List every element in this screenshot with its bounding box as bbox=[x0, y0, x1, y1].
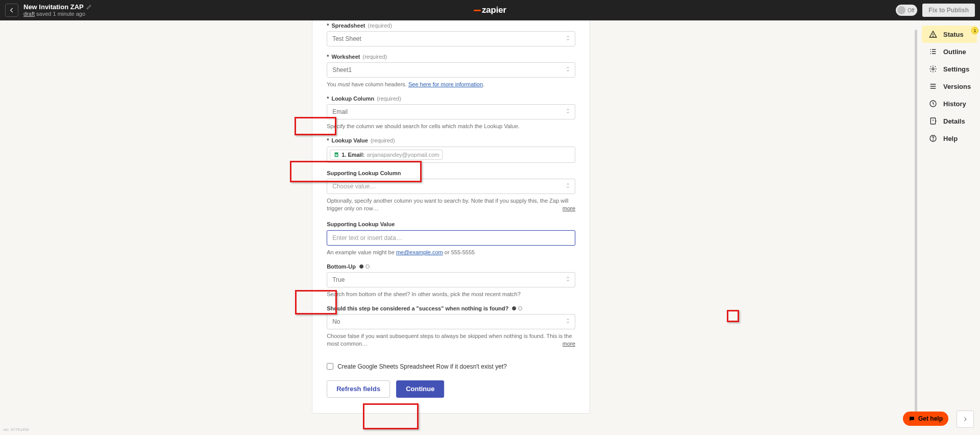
chevron-right-icon bbox=[962, 416, 968, 422]
supporting-lookup-column-select[interactable]: Choose value… bbox=[327, 179, 575, 194]
headers-info-link[interactable]: See here for more information bbox=[408, 81, 483, 87]
right-sidebar: Status 1 Outline Settings Versions Histo… bbox=[919, 20, 980, 435]
worksheet-helper: You must have column headers. See here f… bbox=[327, 81, 575, 88]
get-help-button[interactable]: Get help bbox=[903, 412, 948, 426]
create-row-checkbox-label: Create Google Sheets Spreadsheet Row if … bbox=[337, 363, 507, 370]
zapier-logo: zapier bbox=[474, 5, 506, 15]
nav-label: History bbox=[943, 100, 966, 108]
nav-label: Help bbox=[943, 135, 958, 142]
more-link[interactable]: more bbox=[562, 340, 575, 348]
bottom-up-helper: Search from bottom of the sheet? In othe… bbox=[327, 291, 575, 298]
nav-label: Details bbox=[943, 117, 965, 125]
status-count-badge: 1 bbox=[971, 27, 978, 34]
chevron-updown-icon bbox=[566, 66, 570, 74]
chat-icon bbox=[909, 416, 915, 422]
help-icon bbox=[929, 134, 937, 142]
lookup-value-label: * Lookup Value (required) bbox=[327, 137, 575, 143]
bottom-up-select[interactable]: True bbox=[327, 272, 575, 287]
nav-details[interactable]: Details bbox=[922, 112, 977, 130]
worksheet-select[interactable]: Sheet1 bbox=[327, 62, 575, 78]
draft-link[interactable]: draft bbox=[23, 11, 35, 17]
supporting-lookup-value-helper: An example value might be me@example.com… bbox=[327, 249, 575, 256]
create-row-checkbox-row: Create Google Sheets Spreadsheet Row if … bbox=[327, 363, 575, 370]
bottom-up-label: Bottom-Up bbox=[327, 263, 575, 270]
zapier-logo-mark bbox=[474, 10, 481, 11]
data-token[interactable]: 1. Email: anjanapandey@yopmail.com bbox=[330, 150, 443, 160]
sheets-icon bbox=[333, 151, 339, 158]
nav-versions[interactable]: Versions bbox=[922, 78, 977, 95]
success-nothing-select[interactable]: No bbox=[327, 314, 575, 329]
step-panel: * Spreadsheet (required) Test Sheet * Wo… bbox=[312, 20, 590, 414]
chevron-updown-icon bbox=[566, 276, 570, 284]
details-icon bbox=[929, 117, 937, 125]
supporting-lookup-column-helper: Optionally, specify another column you w… bbox=[327, 197, 575, 212]
saved-text: saved 1 minute ago bbox=[35, 11, 85, 17]
create-row-checkbox[interactable] bbox=[327, 363, 333, 370]
radio-icon[interactable] bbox=[512, 306, 517, 310]
clock-icon bbox=[929, 100, 937, 108]
radio-icon[interactable] bbox=[519, 306, 523, 310]
nav-settings[interactable]: Settings bbox=[922, 60, 977, 78]
nav-label: Settings bbox=[943, 65, 969, 73]
publish-button[interactable]: Fix to Publish bbox=[922, 4, 975, 17]
worksheet-label: * Worksheet (required) bbox=[327, 54, 575, 60]
svg-point-5 bbox=[933, 140, 934, 140]
nav-label: Status bbox=[943, 31, 964, 38]
scrollbar[interactable] bbox=[915, 30, 917, 426]
chevron-updown-icon bbox=[566, 108, 570, 115]
nav-status[interactable]: Status bbox=[922, 26, 977, 43]
version-text: ver. 97751450 bbox=[3, 427, 29, 432]
continue-button[interactable]: Continue bbox=[396, 380, 444, 398]
supporting-lookup-value-label: Supporting Lookup Value bbox=[327, 221, 575, 227]
list-icon bbox=[929, 47, 937, 56]
collapse-sidebar-button[interactable] bbox=[957, 410, 974, 428]
chevron-updown-icon bbox=[566, 318, 570, 326]
nav-help[interactable]: Help bbox=[922, 130, 977, 147]
edit-icon[interactable] bbox=[86, 4, 92, 10]
topbar: New Invitation ZAP draft saved 1 minute … bbox=[0, 0, 980, 20]
lookup-value-input[interactable]: 1. Email: anjanapandey@yopmail.com bbox=[327, 147, 575, 163]
refresh-fields-button[interactable]: Refresh fields bbox=[327, 380, 390, 398]
lookup-column-select[interactable]: Email bbox=[327, 104, 575, 119]
success-nothing-helper: Choose false if you want subsequent step… bbox=[327, 332, 575, 348]
success-nothing-label: Should this step be considered a "succes… bbox=[327, 305, 575, 311]
gear-icon bbox=[929, 65, 937, 73]
more-link[interactable]: more bbox=[562, 205, 575, 212]
warning-icon bbox=[929, 30, 937, 38]
radio-icon[interactable] bbox=[359, 264, 363, 269]
nav-history[interactable]: History bbox=[922, 95, 977, 112]
nav-outline[interactable]: Outline bbox=[922, 43, 977, 60]
back-button[interactable] bbox=[5, 4, 18, 17]
svg-point-1 bbox=[932, 68, 934, 70]
zap-title[interactable]: New Invitation ZAP bbox=[23, 4, 84, 11]
nav-label: Outline bbox=[943, 48, 966, 56]
radio-icon[interactable] bbox=[365, 264, 370, 269]
supporting-lookup-column-label: Supporting Lookup Column bbox=[327, 170, 575, 176]
example-email-link[interactable]: me@example.com bbox=[396, 249, 443, 255]
lookup-column-helper: Specify the column we should search for … bbox=[327, 123, 575, 130]
versions-icon bbox=[929, 82, 937, 90]
title-block: New Invitation ZAP draft saved 1 minute … bbox=[23, 4, 92, 17]
enable-toggle[interactable]: Off bbox=[896, 5, 917, 16]
chevron-updown-icon bbox=[566, 182, 570, 190]
spreadsheet-label: * Spreadsheet (required) bbox=[327, 22, 575, 29]
lookup-column-label: * Lookup Column (required) bbox=[327, 95, 575, 102]
chevron-updown-icon bbox=[566, 35, 570, 43]
toggle-label: Off bbox=[908, 8, 914, 13]
nav-label: Versions bbox=[943, 83, 971, 90]
supporting-lookup-value-input[interactable]: Enter text or insert data… bbox=[327, 230, 575, 246]
editor-canvas: * Spreadsheet (required) Test Sheet * Wo… bbox=[0, 20, 919, 435]
zapier-logo-text: zapier bbox=[482, 5, 506, 15]
svg-point-0 bbox=[933, 36, 934, 37]
spreadsheet-select[interactable]: Test Sheet bbox=[327, 31, 575, 46]
